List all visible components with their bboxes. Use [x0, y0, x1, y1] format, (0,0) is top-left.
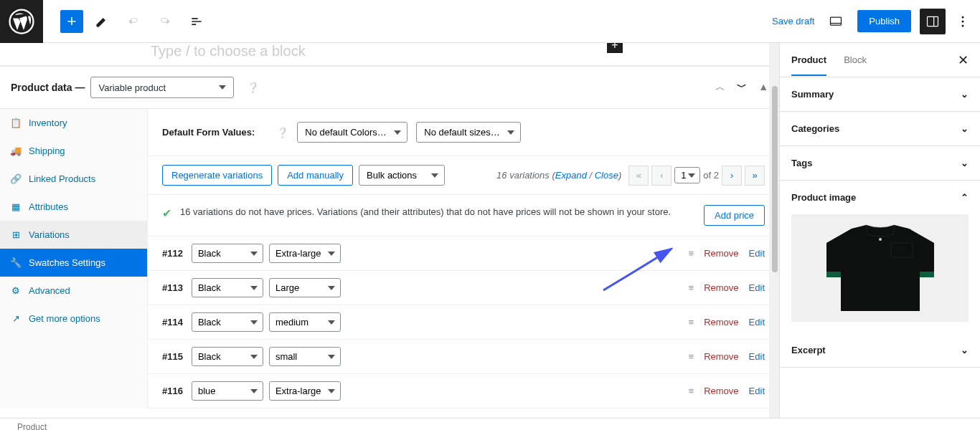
drag-handle-icon[interactable]: ≡	[689, 386, 694, 396]
panel-title: Categories	[791, 123, 839, 134]
panel-tags[interactable]: Tags⌄	[780, 146, 980, 181]
edit-link[interactable]: Edit	[749, 351, 765, 362]
settings-panel-toggle[interactable]	[920, 9, 946, 34]
expand-link[interactable]: Expand	[555, 170, 587, 181]
content-scrollbar[interactable]	[769, 43, 779, 435]
panel-excerpt[interactable]: Excerpt⌄	[780, 333, 980, 368]
variation-size-select[interactable]: medium	[269, 312, 341, 332]
panel-title: Summary	[791, 89, 834, 100]
default-form-values-row: Default Form Values: ❔ No default Colors…	[148, 109, 779, 156]
tab-variations[interactable]: ⊞Variations	[0, 221, 147, 249]
undo-icon[interactable]	[121, 9, 146, 34]
add-price-button[interactable]: Add price	[704, 205, 765, 226]
sidebar-tab-block[interactable]: Block	[844, 44, 867, 75]
tab-swatches-settings[interactable]: 🔧Swatches Settings	[0, 249, 147, 277]
more-icon: ↗	[10, 313, 22, 324]
advanced-icon: ⚙	[10, 285, 22, 296]
edit-link[interactable]: Edit	[749, 386, 765, 396]
variation-color-select[interactable]: Black	[192, 312, 263, 332]
wordpress-icon	[9, 9, 34, 34]
variation-size-select[interactable]: Large	[269, 278, 341, 297]
add-manually-button[interactable]: Add manually	[278, 165, 353, 186]
redo-icon[interactable]	[152, 9, 178, 34]
pager-prev[interactable]: ‹	[651, 166, 672, 186]
variation-color-select[interactable]: Black	[192, 278, 263, 297]
svg-point-7	[962, 24, 964, 27]
save-draft-button[interactable]: Save draft	[772, 16, 814, 27]
pager-of-label: of 2	[703, 170, 719, 181]
bulk-actions-select[interactable]: Bulk actions	[359, 165, 445, 186]
variation-color-select[interactable]: blue	[192, 381, 263, 401]
variation-size-select[interactable]: Extra-large	[269, 381, 341, 401]
variation-row[interactable]: #112BlackExtra-large≡RemoveEdit	[148, 236, 779, 271]
help-icon[interactable]: ❔	[247, 82, 259, 93]
move-up-icon[interactable]: ▲	[758, 81, 768, 94]
add-block-button[interactable]: +	[60, 10, 83, 33]
inline-add-icon[interactable]: +	[607, 43, 623, 53]
collapse-up-icon[interactable]: ︿	[715, 81, 725, 94]
svg-rect-3	[928, 16, 938, 26]
product-data-label: Product data —	[11, 82, 85, 93]
publish-button[interactable]: Publish	[857, 10, 911, 32]
edit-link[interactable]: Edit	[749, 317, 765, 328]
block-placeholder[interactable]: Type / to choose a block	[0, 43, 779, 66]
link-icon: 🔗	[10, 173, 22, 184]
tab-linked-products[interactable]: 🔗Linked Products	[0, 165, 147, 193]
edit-icon[interactable]	[89, 9, 115, 34]
drag-handle-icon[interactable]: ≡	[689, 248, 694, 259]
drag-handle-icon[interactable]: ≡	[689, 282, 694, 293]
product-type-select[interactable]: Variable product	[90, 77, 234, 98]
tab-get-more-options[interactable]: ↗Get more options	[0, 305, 147, 333]
remove-link[interactable]: Remove	[704, 317, 738, 328]
tab-shipping[interactable]: 🚚Shipping	[0, 137, 147, 165]
preview-icon[interactable]	[823, 9, 849, 34]
variation-size-select[interactable]: Extra-large	[269, 244, 341, 263]
remove-link[interactable]: Remove	[704, 248, 738, 259]
chevron-down-icon: ⌄	[961, 123, 969, 134]
variation-id: #113	[162, 282, 183, 293]
drag-handle-icon[interactable]: ≡	[689, 317, 694, 328]
product-image-preview[interactable]	[791, 214, 969, 322]
top-toolbar: + Save draft Publish	[0, 0, 980, 43]
sidebar-tab-product[interactable]: Product	[791, 44, 826, 76]
pager-next[interactable]: ›	[722, 166, 742, 186]
variation-row[interactable]: #116blueExtra-large≡RemoveEdit	[148, 374, 779, 408]
remove-link[interactable]: Remove	[704, 282, 738, 293]
variation-row[interactable]: #113BlackLarge≡RemoveEdit	[148, 271, 779, 305]
default-sizes-select[interactable]: No default sizes…	[416, 122, 521, 143]
pager-last[interactable]: »	[745, 166, 765, 186]
edit-link[interactable]: Edit	[749, 282, 765, 293]
panel-product-image[interactable]: Product image⌃	[780, 181, 980, 214]
tab-inventory[interactable]: 📋Inventory	[0, 109, 147, 137]
wp-logo-button[interactable]	[0, 0, 43, 43]
remove-link[interactable]: Remove	[704, 351, 738, 362]
breadcrumb[interactable]: Product	[17, 422, 47, 432]
sidebar-close-icon[interactable]: ✕	[958, 52, 969, 68]
panel-categories[interactable]: Categories⌄	[780, 112, 980, 146]
default-colors-select[interactable]: No default Colors…	[297, 122, 407, 143]
variation-row[interactable]: #114Blackmedium≡RemoveEdit	[148, 305, 779, 340]
tab-advanced[interactable]: ⚙Advanced	[0, 277, 147, 305]
pager-page-select[interactable]: 1	[674, 167, 700, 183]
tab-label: Shipping	[29, 145, 65, 156]
remove-link[interactable]: Remove	[704, 386, 738, 396]
outline-icon[interactable]	[184, 9, 209, 34]
drag-handle-icon[interactable]: ≡	[689, 351, 694, 362]
variations-count: 16 variations	[496, 170, 550, 181]
tab-label: Get more options	[29, 313, 100, 324]
expand-down-icon[interactable]: ﹀	[737, 81, 747, 94]
variation-size-select[interactable]: small	[269, 347, 341, 366]
panel-summary[interactable]: Summary⌄	[780, 77, 980, 112]
variation-row[interactable]: #115Blacksmall≡RemoveEdit	[148, 340, 779, 374]
variation-color-select[interactable]: Black	[192, 244, 263, 263]
edit-link[interactable]: Edit	[749, 248, 765, 259]
pager-first[interactable]: «	[628, 166, 649, 186]
help-icon[interactable]: ❔	[276, 127, 288, 138]
close-link[interactable]: Close	[595, 170, 618, 181]
tab-attributes[interactable]: ▦Attributes	[0, 193, 147, 221]
variation-color-select[interactable]: Black	[192, 347, 263, 366]
variation-actions: ≡RemoveEdit	[689, 386, 765, 396]
regenerate-variations-button[interactable]: Regenerate variations	[162, 165, 272, 186]
shirt-icon	[809, 221, 952, 315]
more-options-button[interactable]	[954, 9, 971, 34]
